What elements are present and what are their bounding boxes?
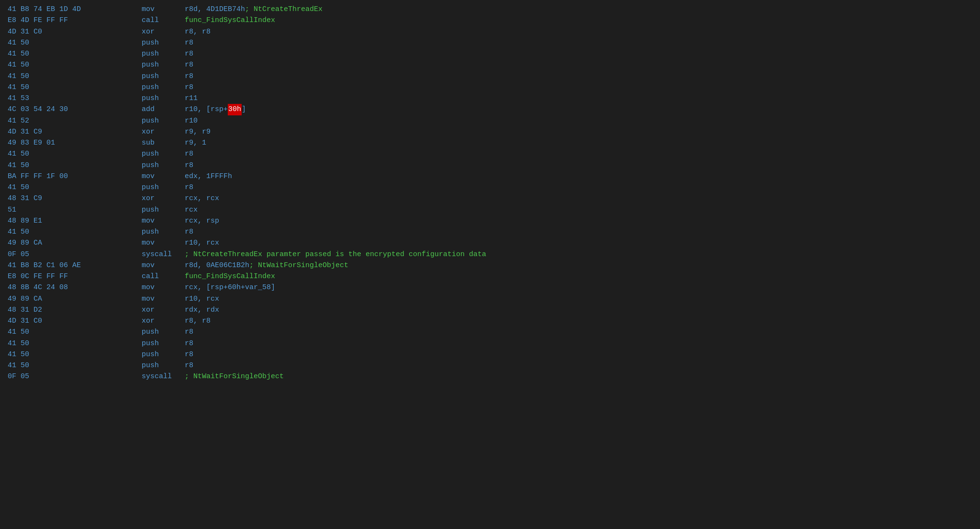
code-line: 49 89 CAmovr10, rcx: [8, 237, 972, 248]
hex-bytes: 41 B8 B2 C1 06 AE: [8, 260, 142, 271]
operand-text: r8: [185, 71, 193, 82]
operand-text: r10, rcx: [185, 293, 219, 304]
code-line: 41 50pushr8: [8, 71, 972, 82]
hex-bytes: 49 83 E9 01: [8, 137, 142, 148]
operands: rdx, rdx: [185, 304, 219, 315]
operands: ; NtWaitForSingleObject: [185, 371, 284, 382]
operands: r8: [185, 349, 193, 360]
operands: rcx: [185, 204, 198, 215]
code-line: 41 50pushr8: [8, 182, 972, 193]
operands: rcx, rcx: [185, 193, 219, 204]
operand-text: rcx: [185, 204, 198, 215]
code-line: 41 53pushr11: [8, 93, 972, 104]
code-line: 48 8B 4C 24 08movrcx, [rsp+60h+var_58]: [8, 282, 972, 293]
operand-text: rcx, rcx: [185, 193, 219, 204]
code-line: 41 50pushr8: [8, 148, 972, 159]
operands: r8: [185, 82, 193, 93]
operands: r8d, 4D1DEB74h ; NtCreateThreadEx: [185, 4, 323, 15]
operand-text: r11: [185, 93, 198, 104]
hex-bytes: 48 8B 4C 24 08: [8, 282, 142, 293]
hex-bytes: 41 50: [8, 160, 142, 171]
mnemonic: mov: [142, 282, 185, 293]
code-line: E8 4D FE FF FFcallfunc_FindSysCallIndex: [8, 15, 972, 26]
hex-bytes: 4D 31 C0: [8, 26, 142, 37]
comment: ; NtWaitForSingleObject: [249, 260, 348, 271]
operand-text: r8: [185, 148, 193, 159]
operand-text: edx, 1FFFFh: [185, 171, 232, 182]
operand-text: r8d, 4D1DEB74h: [185, 4, 245, 15]
operands: r8: [185, 160, 193, 171]
operand-text: r8: [185, 59, 193, 70]
mnemonic: xor: [142, 26, 185, 37]
hex-bytes: 41 50: [8, 82, 142, 93]
code-line: 4D 31 C9xorr9, r9: [8, 126, 972, 137]
mnemonic: push: [142, 338, 185, 349]
code-line: 41 50pushr8: [8, 349, 972, 360]
disassembly-view: 41 B8 74 EB 1D 4Dmovr8d, 4D1DEB74h ; NtC…: [8, 4, 972, 383]
mnemonic: push: [142, 182, 185, 193]
operands: edx, 1FFFFh: [185, 171, 232, 182]
hex-bytes: 41 50: [8, 59, 142, 70]
code-line: 41 50pushr8: [8, 82, 972, 93]
hex-bytes: 49 89 CA: [8, 293, 142, 304]
operands: r10, [rsp+30h]: [185, 104, 246, 115]
hex-bytes: 49 89 CA: [8, 237, 142, 248]
operand-text: func_FindSysCallIndex: [185, 15, 275, 26]
operand-text: func_FindSysCallIndex: [185, 271, 275, 282]
hex-bytes: 41 50: [8, 226, 142, 237]
hex-bytes: 41 50: [8, 182, 142, 193]
operand-text: r8, r8: [185, 26, 211, 37]
mnemonic: xor: [142, 304, 185, 315]
hex-bytes: 4C 03 54 24 30: [8, 104, 142, 115]
code-line: 48 31 D2xorrdx, rdx: [8, 304, 972, 315]
operand-text: r9, r9: [185, 126, 211, 137]
mnemonic: syscall: [142, 249, 185, 260]
hex-bytes: 0F 05: [8, 371, 142, 382]
code-line: 0F 05syscall ; NtCreateThreadEx paramter…: [8, 249, 972, 260]
mnemonic: push: [142, 115, 185, 126]
operand-text: r8: [185, 37, 193, 48]
hex-bytes: BA FF FF 1F 00: [8, 171, 142, 182]
mnemonic: push: [142, 349, 185, 360]
mnemonic: xor: [142, 126, 185, 137]
mnemonic: push: [142, 326, 185, 338]
operands: r8: [185, 37, 193, 48]
code-line: 4D 31 C0xorr8, r8: [8, 26, 972, 37]
operands: r10: [185, 115, 198, 126]
mnemonic: mov: [142, 260, 185, 271]
operand-highlight: 30h: [228, 104, 242, 115]
code-line: 41 50pushr8: [8, 48, 972, 59]
hex-bytes: 41 50: [8, 338, 142, 349]
operands: r8: [185, 71, 193, 82]
operands: r9, r9: [185, 126, 211, 137]
operands: r8: [185, 338, 193, 349]
operands: r10, rcx: [185, 293, 219, 304]
code-line: 48 89 E1movrcx, rsp: [8, 215, 972, 226]
operand-text: r8: [185, 326, 193, 338]
mnemonic: sub: [142, 137, 185, 148]
operands: r8: [185, 360, 193, 371]
operand-text: r8: [185, 360, 193, 371]
mnemonic: call: [142, 15, 185, 26]
code-line: 0F 05syscall ; NtWaitForSingleObject: [8, 371, 972, 382]
code-line: 41 B8 74 EB 1D 4Dmovr8d, 4D1DEB74h ; NtC…: [8, 4, 972, 15]
hex-bytes: 41 50: [8, 71, 142, 82]
code-line: 48 31 C9xorrcx, rcx: [8, 193, 972, 204]
operands: r10, rcx: [185, 237, 219, 248]
operand-text: r8: [185, 226, 193, 237]
operands: func_FindSysCallIndex: [185, 271, 275, 282]
operand-text: r8: [185, 182, 193, 193]
operand-suffix: ]: [242, 104, 246, 115]
operand-text: r8d, 0AE06C1B2h: [185, 260, 249, 271]
operands: ; NtCreateThreadEx paramter passed is th…: [185, 249, 486, 260]
operands: r9, 1: [185, 137, 206, 148]
mnemonic: syscall: [142, 371, 185, 382]
code-line: 41 50pushr8: [8, 59, 972, 70]
hex-bytes: 48 31 C9: [8, 193, 142, 204]
mnemonic: mov: [142, 215, 185, 226]
code-line: E8 0C FE FF FFcallfunc_FindSysCallIndex: [8, 271, 972, 282]
code-line: 49 83 E9 01subr9, 1: [8, 137, 972, 148]
mnemonic: push: [142, 71, 185, 82]
operands: func_FindSysCallIndex: [185, 15, 275, 26]
comment: ; NtWaitForSingleObject: [185, 371, 284, 382]
